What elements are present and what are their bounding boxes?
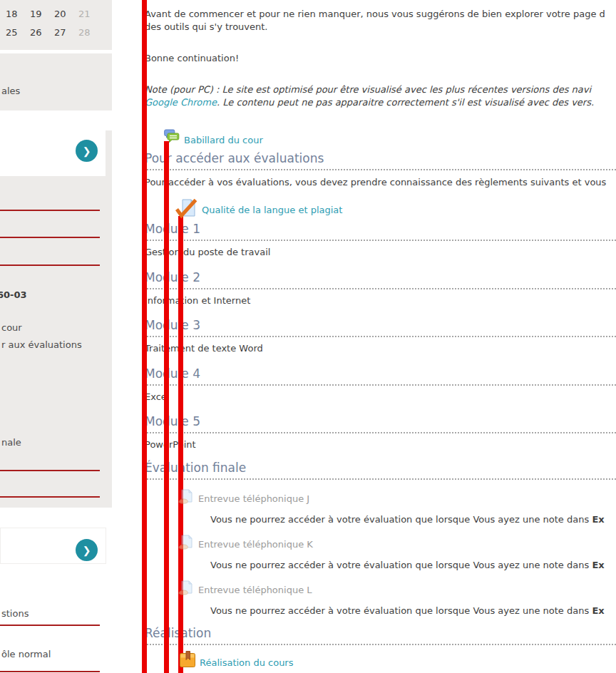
section-title-evaluation-finale: Évaluation finale [145, 461, 616, 480]
calendar-day-dimmed: 28 [78, 27, 91, 38]
course-code: 60-03 [0, 289, 27, 300]
restriction-text: Vous ne pourrez accéder à votre évaluati… [210, 605, 605, 616]
google-chrome-link[interactable]: Google Chrome [145, 97, 217, 108]
restriction-normal: Vous ne pourrez accéder à votre évaluati… [210, 514, 592, 525]
assignment-icon [178, 489, 195, 505]
sidebar-link-fragment[interactable]: ôle normal [1, 649, 51, 659]
intro-text: Avant de commencer et pour ne rien manqu… [145, 9, 605, 19]
section-title-realisation: Réalisation [145, 626, 616, 645]
realisation-link[interactable]: Réalisation du cours [200, 657, 294, 668]
section-title-module-2: Module 2 [145, 270, 616, 289]
section-title-module-4: Module 4 [145, 366, 616, 386]
sidebar-link-fragment[interactable]: stions [1, 608, 29, 619]
restriction-bold: Ex [592, 560, 604, 570]
note-text: Google Chrome. Le contenu peut ne pas ap… [145, 97, 594, 108]
module-description: Information et Internet [145, 295, 250, 306]
calendar-block [0, 0, 112, 50]
sidebar-link-fragment[interactable]: cour [1, 322, 22, 333]
module-description: Traitement de texte Word [145, 343, 263, 354]
intro-text: des outils qui s'y trouvent. [145, 21, 268, 32]
assignment-icon [178, 580, 195, 596]
divider-line [0, 496, 100, 498]
sidebar-link-fragment[interactable]: nale [1, 437, 21, 448]
sidebar-gray-strip [106, 130, 112, 176]
calendar-day-dimmed: 21 [78, 9, 91, 19]
course-page: { "icons": { "chevron_right": "❯" }, "co… [0, 0, 616, 673]
next-button[interactable]: ❯ [76, 539, 98, 561]
calendar-day: 20 [54, 9, 66, 19]
entrevue-link-dimmed: Entrevue téléphonique K [198, 539, 313, 550]
section-title-evaluations: Pour accéder aux évaluations [145, 151, 616, 170]
forum-icon [164, 129, 180, 143]
section-title-module-3: Module 3 [145, 318, 616, 337]
calendar-day: 19 [30, 9, 42, 19]
section-title-module-1: Module 1 [145, 222, 616, 241]
restriction-text: Vous ne pourrez accéder à votre évaluati… [210, 560, 605, 570]
divider-line [0, 671, 100, 672]
chevron-right-icon: ❯ [83, 145, 91, 157]
section-title-module-5: Module 5 [145, 414, 616, 433]
next-button[interactable]: ❯ [76, 140, 98, 162]
note-text: Note (pour PC) : Le site est optimisé po… [145, 84, 591, 95]
entrevue-link-dimmed: Entrevue téléphonique L [198, 585, 312, 595]
restriction-normal: Vous ne pourrez accéder à votre évaluati… [210, 605, 592, 616]
restriction-normal: Vous ne pourrez accéder à votre évaluati… [210, 560, 592, 570]
check-document-icon [175, 197, 197, 219]
divider-line [0, 625, 100, 626]
calendar-day: 27 [54, 27, 66, 38]
divider-line [0, 210, 100, 211]
note-text: . Le contenu peut ne pas apparaitre corr… [217, 97, 594, 108]
restriction-bold: Ex [592, 514, 604, 525]
divider-line [0, 237, 100, 238]
assignment-icon [178, 535, 195, 550]
divider-line [0, 470, 100, 471]
sidebar-block [0, 53, 112, 111]
module-description: PowerPoint [145, 439, 196, 450]
restriction-bold: Ex [592, 605, 604, 616]
entrevue-link-dimmed: Entrevue téléphonique J [198, 493, 309, 504]
intro-text: Bonne continuation! [145, 53, 239, 63]
sidebar-link-fragment[interactable]: ales [1, 86, 20, 96]
red-artifact-line-1 [142, 0, 147, 673]
sidebar-link-fragment[interactable]: r aux évaluations [1, 339, 82, 350]
qualite-link[interactable]: Qualité de la langue et plagiat [202, 205, 342, 215]
red-artifact-line-3 [178, 216, 183, 673]
chevron-right-icon: ❯ [83, 545, 91, 556]
divider-line [0, 264, 100, 266]
calendar-day: 26 [30, 27, 42, 38]
calendar-day: 25 [6, 27, 18, 38]
red-artifact-line-2 [164, 141, 169, 673]
evaluations-paragraph: Pour accéder à vos évaluations, vous dev… [145, 177, 606, 187]
babillard-link[interactable]: Babillard du cour [184, 135, 263, 145]
calendar-day: 18 [6, 9, 18, 19]
restriction-text: Vous ne pourrez accéder à votre évaluati… [210, 514, 605, 525]
scorm-package-icon [179, 650, 196, 668]
